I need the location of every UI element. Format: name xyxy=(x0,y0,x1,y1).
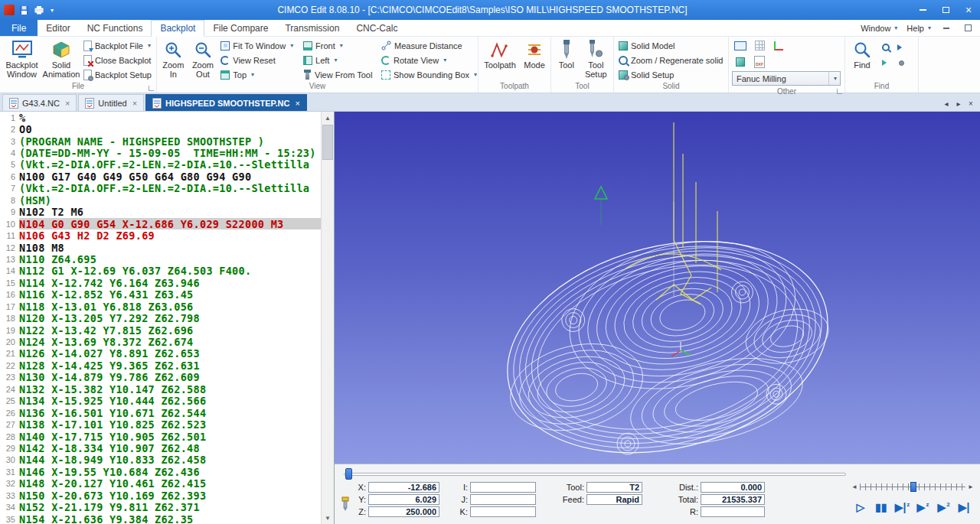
find-next-button[interactable] xyxy=(879,41,893,54)
code-line[interactable]: 22 N128 X-14.425 Y9.365 Z62.631 xyxy=(0,360,321,371)
goto-line-button[interactable] xyxy=(879,56,893,70)
window-zoom-button[interactable] xyxy=(732,38,749,53)
code-line[interactable]: 34 N152 X-21.179 Y9.811 Z62.371 xyxy=(0,501,321,513)
code-line[interactable]: 4 (DATE=DD-MM-YY - 15-09-05 TIME=HH:MM -… xyxy=(0,147,321,158)
tab-cnc-calc[interactable]: CNC-Calc xyxy=(348,20,406,36)
code-line[interactable]: 18 N120 X-13.205 Y7.292 Z62.798 xyxy=(0,312,321,324)
show-bounding-box-button[interactable]: Show Bounding Box ▾ xyxy=(378,67,476,82)
pause-button[interactable]: ▮▮ xyxy=(873,498,890,516)
close-tab-icon[interactable]: × xyxy=(132,99,137,108)
solid-setup-button[interactable]: Solid Setup xyxy=(616,67,726,82)
maximize-button[interactable] xyxy=(934,0,957,20)
backplot-setup-button[interactable]: Backplot Setup xyxy=(80,67,155,82)
code-line[interactable]: 12 N108 M8 xyxy=(0,242,321,253)
tool-setup-button[interactable]: Tool Setup xyxy=(580,37,612,81)
toolpath-mode-button[interactable]: Mode xyxy=(520,37,549,81)
step-block-button[interactable]: ▶|z xyxy=(893,498,911,516)
code-line[interactable]: 8 (HSM) xyxy=(0,194,321,206)
save-icon[interactable] xyxy=(19,5,29,15)
editor-lines[interactable]: 1 % 2 O0 3 (PROGRAM NAME - HIGHSPEED SMO… xyxy=(0,112,321,524)
tool-button[interactable]: Tool xyxy=(553,37,580,81)
window-menu[interactable]: Window▾ xyxy=(861,24,897,33)
close-backplot-button[interactable]: Close Backplot xyxy=(80,53,155,67)
play-button[interactable]: ▷ xyxy=(852,498,870,516)
code-line[interactable]: 31 N146 X-19.55 Y10.684 Z62.436 xyxy=(0,466,321,477)
i-field[interactable] xyxy=(470,482,536,493)
tab-backplot[interactable]: Backplot xyxy=(151,20,204,37)
code-line[interactable]: 6 N100 G17 G40 G49 G50 G64 G80 G94 G90 xyxy=(0,171,321,182)
backplot-file-button[interactable]: Backplot File ▾ xyxy=(80,38,155,53)
code-line[interactable]: 10 N104 G0 G90 G54 X-12.686 Y6.029 S2200… xyxy=(0,218,321,229)
step-level-button[interactable]: ▶2 xyxy=(935,498,952,516)
editor-scrollbar[interactable]: ▲ ▼ xyxy=(321,112,334,524)
doc-tab-untitled[interactable]: Untitled × xyxy=(78,94,144,111)
view-top-button[interactable]: Top ▾ xyxy=(217,67,300,82)
scroll-up-button[interactable]: ▲ xyxy=(322,112,334,124)
z-position-field[interactable] xyxy=(368,506,439,517)
view-left-button[interactable]: Left ▾ xyxy=(300,53,378,67)
dialog-launcher-icon[interactable] xyxy=(837,89,842,94)
r-field[interactable] xyxy=(701,506,765,517)
code-line[interactable]: 3 (PROGRAM NAME - HIGHSPEED SMOOTHSTEP ) xyxy=(0,135,321,147)
code-line[interactable]: 7 (Vkt.=2-DIA.OFF.=2-LEN.=2-DIA.=10.--Sl… xyxy=(0,183,321,194)
code-line[interactable]: 35 N154 X-21.636 Y9.384 Z62.35 xyxy=(0,513,321,524)
code-line[interactable]: 5 (Vkt.=2-DIA.OFF.=2-LEN.=2-DIA.=10.--Sl… xyxy=(0,159,321,171)
help-menu[interactable]: Help▾ xyxy=(906,24,931,33)
feed-field[interactable] xyxy=(586,494,642,505)
speed-slider-thumb[interactable] xyxy=(910,482,916,492)
code-line[interactable]: 16 N116 X-12.852 Y6.431 Z63.45 xyxy=(0,289,321,301)
scroll-down-button[interactable]: ▼ xyxy=(322,512,334,524)
code-line[interactable]: 9 N102 T2 M6 xyxy=(0,207,321,218)
code-line[interactable]: 23 N130 X-14.879 Y9.786 Z62.609 xyxy=(0,372,321,383)
tab-scroll-left-button[interactable]: ◂ xyxy=(942,99,951,108)
code-line[interactable]: 24 N132 X-15.382 Y10.147 Z62.588 xyxy=(0,383,321,395)
solid-animation-button[interactable]: Solid Animation xyxy=(42,37,80,81)
app-logo-icon[interactable] xyxy=(4,5,15,15)
code-line[interactable]: 20 N124 X-13.69 Y8.372 Z62.674 xyxy=(0,336,321,347)
tool-field[interactable] xyxy=(586,482,642,493)
k-field[interactable] xyxy=(470,506,536,517)
find-previous-button[interactable] xyxy=(894,41,908,54)
code-line[interactable]: 28 N140 X-17.715 Y10.905 Z62.501 xyxy=(0,431,321,442)
code-line[interactable]: 29 N142 X-18.334 Y10.907 Z62.48 xyxy=(0,442,321,454)
code-line[interactable]: 32 N148 X-20.127 Y10.461 Z62.415 xyxy=(0,478,321,490)
rotate-view-button[interactable]: Rotate View ▾ xyxy=(378,53,476,67)
code-line[interactable]: 13 N110 Z64.695 xyxy=(0,253,321,265)
view-front-button[interactable]: Front ▾ xyxy=(300,38,378,53)
minimize-button[interactable] xyxy=(911,0,934,20)
tab-transmission[interactable]: Transmission xyxy=(276,20,348,36)
find-button[interactable]: Find xyxy=(847,37,877,81)
code-line[interactable]: 25 N134 X-15.925 Y10.444 Z62.566 xyxy=(0,395,321,407)
code-line[interactable]: 2 O0 xyxy=(0,123,321,135)
view-reset-button[interactable]: View Reset xyxy=(217,53,300,67)
j-field[interactable] xyxy=(470,494,536,505)
tab-scroll-right-button[interactable]: ▸ xyxy=(954,99,963,108)
backplot-canvas[interactable] xyxy=(335,112,980,464)
solid-model-button[interactable]: Solid Model xyxy=(616,38,726,53)
dialog-launcher-icon[interactable] xyxy=(149,86,154,91)
zoom-out-button[interactable]: Zoom Out xyxy=(188,37,218,81)
code-line[interactable]: 33 N150 X-20.673 Y10.169 Z62.393 xyxy=(0,490,321,501)
grid-toggle-button[interactable] xyxy=(751,38,768,53)
ribbon-display-options-button[interactable] xyxy=(962,22,974,34)
code-line[interactable]: 17 N118 X-13.01 Y6.818 Z63.056 xyxy=(0,301,321,312)
ribbon-minimize-button[interactable] xyxy=(940,22,952,34)
nc-editor-pane[interactable]: 1 % 2 O0 3 (PROGRAM NAME - HIGHSPEED SMO… xyxy=(0,112,335,524)
total-field[interactable] xyxy=(701,494,765,505)
slider-track[interactable] xyxy=(344,473,846,476)
y-position-field[interactable] xyxy=(368,494,439,505)
tab-file[interactable]: File xyxy=(0,20,38,36)
doc-tab-highspeed-smoothstep[interactable]: HIGHSPEED SMOOTHSTEP.NC × xyxy=(145,94,307,111)
step-z-button[interactable]: ▶z xyxy=(914,498,932,516)
tab-nc-functions[interactable]: NC Functions xyxy=(79,20,152,36)
zoom-in-button[interactable]: Zoom In xyxy=(158,37,188,81)
doc-tab-g43[interactable]: G43.4.NC × xyxy=(2,94,77,111)
view-from-tool-button[interactable]: View From Tool xyxy=(300,67,378,82)
toolpath-button[interactable]: Toolpath xyxy=(480,37,520,81)
slider-thumb[interactable] xyxy=(345,468,352,480)
speed-slider-track[interactable] xyxy=(860,483,965,490)
backplot-window-button[interactable]: Backplot Window xyxy=(2,37,42,81)
solid-view-button[interactable] xyxy=(732,54,749,69)
slider-left-arrow-icon[interactable]: ◄ xyxy=(851,483,858,490)
fit-to-window-button[interactable]: Fit To Window ▾ xyxy=(217,38,300,53)
